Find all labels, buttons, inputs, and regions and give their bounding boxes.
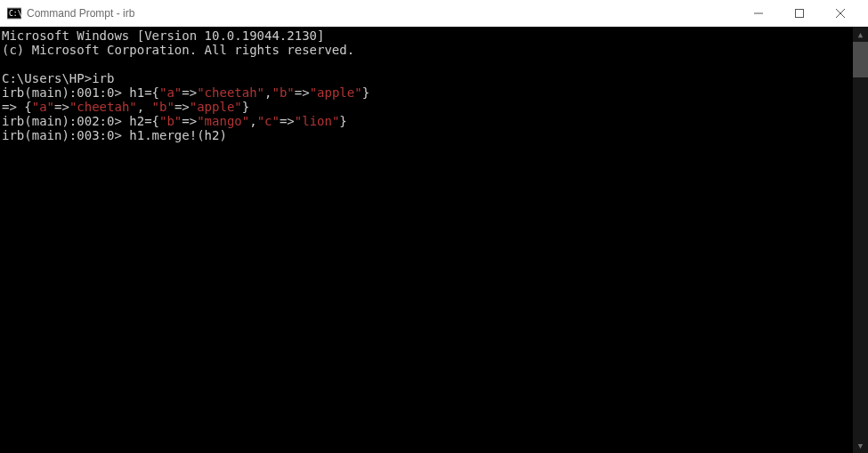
irb-prompt: irb(main):001:0> <box>2 85 122 100</box>
op: => <box>295 85 310 100</box>
str: "b" <box>152 100 174 114</box>
window-title: Command Prompt - irb <box>27 7 738 20</box>
str: "cheetah" <box>197 85 264 100</box>
str: "b" <box>159 114 182 128</box>
op: => <box>54 100 69 114</box>
cmd: irb <box>92 71 114 85</box>
scroll-track[interactable] <box>853 42 868 438</box>
str: "cheetah" <box>69 100 137 114</box>
brace: { <box>24 100 31 114</box>
str: "apple" <box>190 100 242 114</box>
brace: } <box>242 100 249 114</box>
str: "a" <box>32 100 54 114</box>
op: => <box>174 100 190 114</box>
scroll-thumb[interactable] <box>853 42 868 77</box>
str: "b" <box>272 85 294 100</box>
svg-rect-4 <box>796 10 804 18</box>
result-arrow: => <box>2 100 24 114</box>
titlebar: C:\ Command Prompt - irb <box>0 0 868 27</box>
prompt-path: C:\Users\HP> <box>2 71 92 85</box>
code: h2={ <box>122 114 159 128</box>
window-controls <box>738 0 861 27</box>
cmd-icon: C:\ <box>7 6 21 20</box>
close-button[interactable] <box>820 0 861 27</box>
str: "mango" <box>197 114 249 128</box>
maximize-button[interactable] <box>779 0 820 27</box>
str: "apple" <box>310 85 362 100</box>
op: , <box>137 100 152 114</box>
code: h1.merge!(h2) <box>122 128 227 142</box>
terminal[interactable]: Microsoft Windows [Version 10.0.19044.21… <box>0 27 853 453</box>
code: h1={ <box>122 85 159 100</box>
text: (c) Microsoft Corporation. All rights re… <box>2 43 354 57</box>
svg-text:C:\: C:\ <box>9 10 21 18</box>
op: , <box>249 114 256 128</box>
str: "lion" <box>295 114 340 128</box>
irb-prompt: irb(main):002:0> <box>2 114 122 128</box>
scroll-down-icon[interactable]: ▼ <box>853 438 868 453</box>
brace: } <box>339 114 346 128</box>
str: "c" <box>257 114 280 128</box>
op: => <box>182 114 197 128</box>
irb-prompt: irb(main):003:0> <box>2 128 122 142</box>
terminal-wrap: Microsoft Windows [Version 10.0.19044.21… <box>0 27 868 453</box>
op: => <box>182 85 197 100</box>
op: => <box>280 114 295 128</box>
brace: } <box>362 85 369 100</box>
text: Microsoft Windows [Version 10.0.19044.21… <box>2 28 324 43</box>
scrollbar[interactable]: ▲ ▼ <box>853 27 868 453</box>
str: "a" <box>159 85 182 100</box>
scroll-up-icon[interactable]: ▲ <box>853 27 868 42</box>
minimize-button[interactable] <box>738 0 779 27</box>
